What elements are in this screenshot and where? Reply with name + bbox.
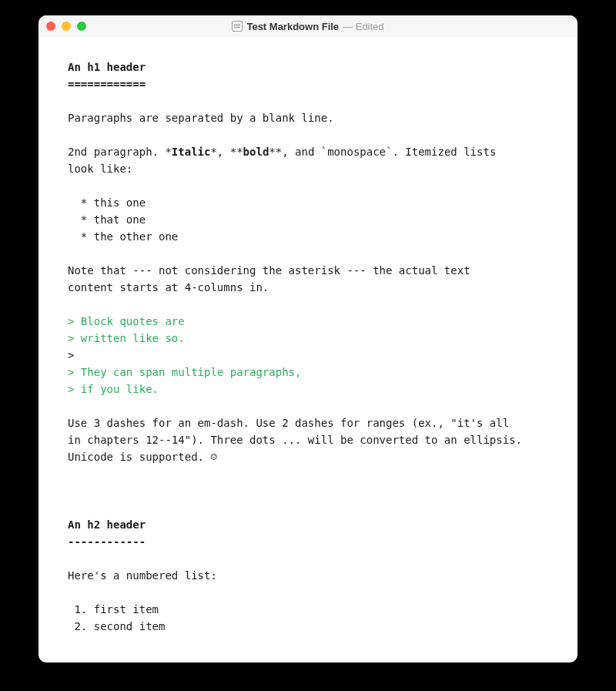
list-item: 2. second item [68,620,165,632]
italic-text: Italic [172,146,211,158]
list-item: * this one [68,196,146,209]
blockquote-line: > written like so. [68,332,185,344]
paragraph-text: in chapters 12--14"). Three dots ... wil… [68,434,522,446]
h2-underline: ------------ [68,535,146,548]
h1-heading: An h1 header [68,61,146,73]
blockquote-line: > if you like. [68,383,159,395]
edited-indicator: — Edited [343,21,383,32]
blockquote-line: > [68,349,74,361]
paragraph: Paragraphs are separated by a blank line… [68,112,334,124]
paragraph-text: content starts at 4-columns in. [68,281,269,294]
paragraph-text: look like: [68,163,132,175]
bold-text: bold [243,146,270,158]
title-text: Test Markdown File [246,21,339,32]
blockquote-line: > They can span multiple paragraphs, [68,366,301,378]
blockquote-line: > Block quotes are [68,315,185,327]
app-window: Test Markdown File — Edited An h1 header… [38,15,578,662]
paragraph-text: 2nd paragraph. * [68,146,172,158]
window-title: Test Markdown File — Edited [38,21,578,32]
titlebar[interactable]: Test Markdown File — Edited [38,15,578,37]
h1-underline: ============ [68,78,146,90]
list-item: * that one [68,213,146,226]
close-icon[interactable] [46,22,55,31]
paragraph-text: **, and `monospace`. Itemized lists [269,146,496,158]
minimize-icon[interactable] [62,22,71,31]
list-item: 1. first item [68,603,159,616]
list-item: * the other one [68,230,178,243]
h2-heading: An h2 header [68,518,146,531]
maximize-icon[interactable] [77,22,86,31]
document-icon [232,21,243,32]
paragraph: Here's a numbered list: [68,569,217,582]
paragraph-text: *, ** [210,146,243,158]
paragraph-text: Use 3 dashes for an em-dash. Use 2 dashe… [68,417,509,429]
paragraph-text: Note that --- not considering the asteri… [68,264,470,277]
paragraph-text: Unicode is supported. ☺ [68,451,217,463]
editor-content[interactable]: An h1 header ============ Paragraphs are… [38,37,578,662]
window-controls [46,22,86,31]
